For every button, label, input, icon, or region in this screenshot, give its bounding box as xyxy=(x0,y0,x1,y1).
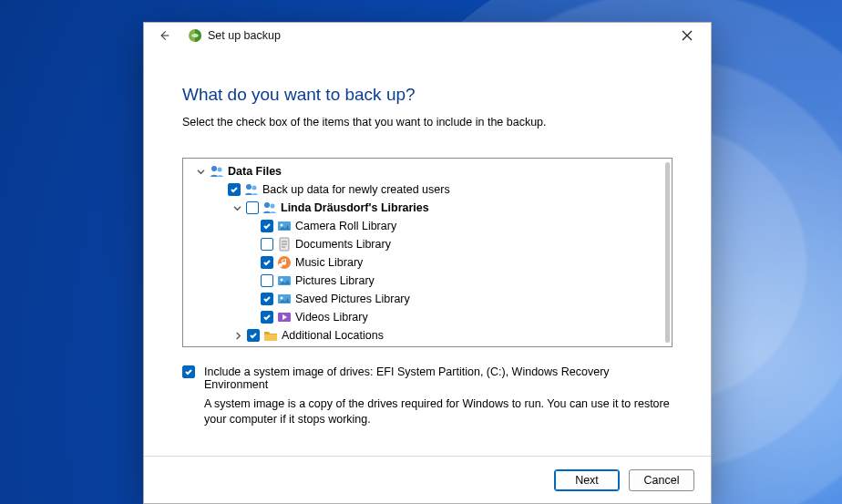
tree-label: Back up data for newly created users xyxy=(262,180,450,199)
users-icon xyxy=(210,164,224,179)
wizard-content: What do you want to back up? Select the … xyxy=(144,48,711,456)
tree-node-documents[interactable]: Documents Library xyxy=(187,235,668,253)
page-heading: What do you want to back up? xyxy=(182,85,673,105)
svg-point-2 xyxy=(218,168,222,172)
checkbox[interactable] xyxy=(261,311,273,324)
checkbox[interactable] xyxy=(261,238,273,251)
folder-icon xyxy=(263,328,278,343)
picture-library-icon xyxy=(277,219,292,233)
video-library-icon xyxy=(277,310,292,324)
tree-node-user-libraries[interactable]: Linda Dräusdorf's Libraries xyxy=(187,199,668,217)
tree-node-music[interactable]: Music Library xyxy=(187,253,668,272)
checkbox[interactable] xyxy=(247,329,260,342)
checkbox[interactable] xyxy=(261,220,273,232)
checkbox[interactable] xyxy=(261,256,273,269)
chevron-down-icon[interactable] xyxy=(196,167,206,177)
wizard-icon xyxy=(188,28,202,43)
tree-label: Camera Roll Library xyxy=(295,217,396,235)
system-image-row[interactable]: Include a system image of drives: EFI Sy… xyxy=(182,365,673,391)
tree-node-data-files[interactable]: Data Files xyxy=(187,162,668,180)
music-library-icon xyxy=(277,255,292,270)
tree-node-additional-locations[interactable]: Additional Locations xyxy=(187,326,668,345)
tree-label: Saved Pictures Library xyxy=(295,290,410,308)
svg-point-14 xyxy=(281,297,283,300)
page-subheading: Select the check box of the items that y… xyxy=(182,116,673,129)
next-button[interactable]: Next xyxy=(554,469,620,491)
tree-node-saved-pictures[interactable]: Saved Pictures Library xyxy=(187,290,668,308)
svg-point-6 xyxy=(271,204,275,209)
computer-icon xyxy=(210,346,224,347)
checkbox[interactable] xyxy=(261,293,273,305)
svg-point-12 xyxy=(281,279,283,282)
svg-point-1 xyxy=(211,166,217,171)
system-image-checkbox[interactable] xyxy=(182,365,195,378)
document-library-icon xyxy=(277,237,292,252)
tree-node-pictures[interactable]: Pictures Library xyxy=(187,272,668,290)
tree-label: Computer xyxy=(228,345,278,347)
window-title: Set up backup xyxy=(208,29,281,42)
back-button[interactable] xyxy=(157,28,171,43)
close-button[interactable] xyxy=(667,25,707,46)
chevron-right-icon[interactable] xyxy=(233,331,243,341)
chevron-down-icon[interactable] xyxy=(232,203,242,213)
tree-label: Pictures Library xyxy=(295,272,375,290)
picture-library-icon xyxy=(277,273,292,288)
svg-point-4 xyxy=(252,186,257,190)
picture-library-icon xyxy=(277,292,292,306)
users-icon xyxy=(262,201,277,215)
scrollbar[interactable] xyxy=(665,162,670,343)
checkbox[interactable] xyxy=(246,201,259,214)
svg-point-5 xyxy=(264,202,270,208)
system-image-label: Include a system image of drives: EFI Sy… xyxy=(204,365,673,391)
tree-label: Videos Library xyxy=(295,308,368,326)
svg-point-3 xyxy=(246,184,252,190)
tree-label: Linda Dräusdorf's Libraries xyxy=(281,199,429,217)
tree-label: Data Files xyxy=(228,162,282,180)
wizard-footer: Next Cancel xyxy=(144,456,711,503)
svg-point-8 xyxy=(281,224,283,227)
cancel-button[interactable]: Cancel xyxy=(629,469,694,491)
backup-items-tree[interactable]: Data Files Back up data for newly create… xyxy=(182,158,673,347)
tree-label: Additional Locations xyxy=(282,326,384,345)
tree-node-camera-roll[interactable]: Camera Roll Library xyxy=(187,217,668,235)
tree-node-new-users[interactable]: Back up data for newly created users xyxy=(187,180,668,199)
checkbox[interactable] xyxy=(228,183,241,196)
backup-wizard-window: Set up backup What do you want to back u… xyxy=(143,22,712,504)
tree-label: Music Library xyxy=(295,253,363,272)
titlebar: Set up backup xyxy=(144,23,711,48)
users-icon xyxy=(244,182,259,197)
tree-node-computer[interactable]: Computer xyxy=(187,345,668,347)
tree-node-videos[interactable]: Videos Library xyxy=(187,308,668,326)
checkbox[interactable] xyxy=(261,274,273,287)
tree-label: Documents Library xyxy=(295,235,391,253)
system-image-note: A system image is a copy of the drives r… xyxy=(204,396,673,427)
